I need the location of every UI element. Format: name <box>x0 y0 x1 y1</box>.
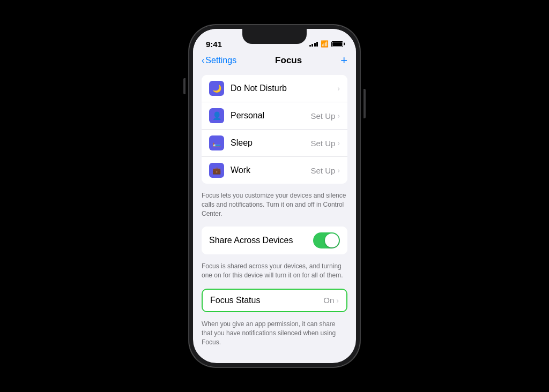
chevron-right-icon: › <box>336 296 339 305</box>
focus-status-right: On › <box>323 296 339 305</box>
list-item[interactable]: 💼 Work Set Up › <box>202 157 347 184</box>
work-icon: 💼 <box>209 163 224 178</box>
chevron-right-icon: › <box>337 111 340 120</box>
personal-setup: Set Up <box>310 111 335 120</box>
sleep-setup: Set Up <box>310 139 335 148</box>
status-time: 9:41 <box>206 40 222 49</box>
sleep-right: Set Up › <box>310 139 340 148</box>
phone-frame: 9:41 📶 ‹ Settings <box>189 25 360 367</box>
wifi-icon: 📶 <box>321 40 329 48</box>
signal-icon <box>309 42 318 47</box>
share-devices-toggle[interactable] <box>313 232 340 248</box>
chevron-left-icon: ‹ <box>202 56 204 65</box>
add-button[interactable]: + <box>340 55 347 66</box>
do-not-disturb-icon: 🌙 <box>209 81 224 96</box>
chevron-right-icon: › <box>337 166 340 175</box>
focus-status-footer: When you give an app permission, it can … <box>193 316 356 351</box>
nav-bar: ‹ Settings Focus + <box>193 52 356 71</box>
focus-status-value: On <box>323 296 334 305</box>
work-setup: Set Up <box>310 166 335 175</box>
status-bar: 9:41 📶 <box>193 29 356 52</box>
back-label[interactable]: Settings <box>205 56 236 65</box>
list-item[interactable]: 🌙 Do Not Disturb › <box>202 75 347 102</box>
do-not-disturb-label: Do Not Disturb <box>231 84 337 93</box>
share-devices-footer: Focus is shared across your devices, and… <box>193 259 356 284</box>
phone-screen: 9:41 📶 ‹ Settings <box>193 29 356 363</box>
sleep-label: Sleep <box>231 138 310 148</box>
work-label: Work <box>231 165 310 175</box>
share-devices-label: Share Across Devices <box>209 236 313 245</box>
work-right: Set Up › <box>310 166 340 175</box>
back-button[interactable]: ‹ Settings <box>202 56 236 65</box>
personal-label: Personal <box>231 111 310 120</box>
focus-status-label: Focus Status <box>210 296 323 305</box>
page-title: Focus <box>275 55 302 66</box>
chevron-right-icon: › <box>337 139 340 147</box>
list-item[interactable]: 👤 Personal Set Up › <box>202 102 347 130</box>
status-icons: 📶 <box>309 40 344 48</box>
personal-right: Set Up › <box>310 111 340 120</box>
share-devices-row[interactable]: Share Across Devices <box>202 227 347 254</box>
battery-icon <box>331 41 343 47</box>
share-devices-section: Share Across Devices <box>202 227 347 254</box>
sleep-icon: 🛏️ <box>209 135 224 150</box>
focus-list-section: 🌙 Do Not Disturb › 👤 Personal S <box>202 75 347 184</box>
focus-status-section: Focus Status On › <box>202 289 347 312</box>
focus-list-footer: Focus lets you customize your devices an… <box>193 188 356 222</box>
scroll-content: 🌙 Do Not Disturb › 👤 Personal S <box>193 71 356 363</box>
personal-icon: 👤 <box>209 108 224 123</box>
do-not-disturb-right: › <box>337 84 340 93</box>
list-item[interactable]: 🛏️ Sleep Set Up › <box>202 130 347 157</box>
notch <box>242 29 307 44</box>
chevron-right-icon: › <box>337 84 340 93</box>
focus-status-row[interactable]: Focus Status On › <box>203 290 346 311</box>
